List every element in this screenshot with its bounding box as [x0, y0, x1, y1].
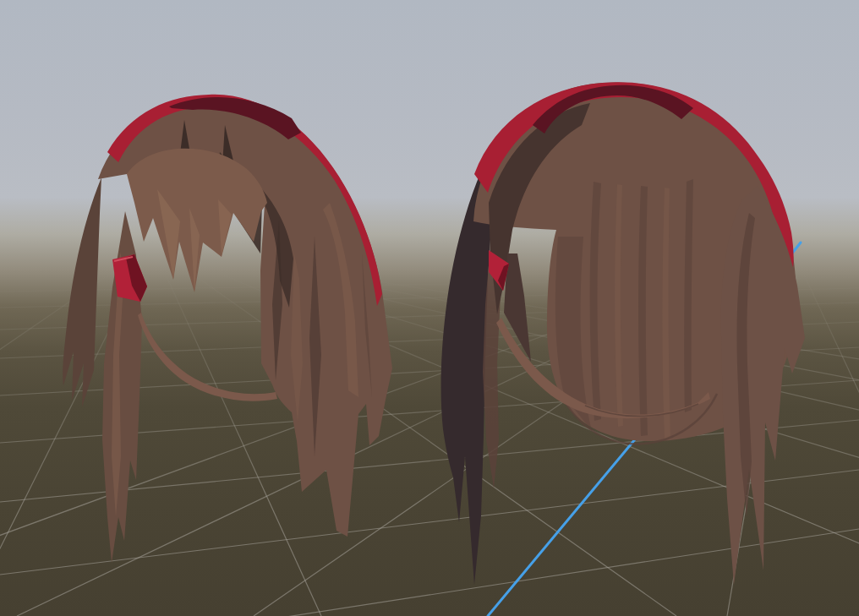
hair-thin-strand-left-model	[138, 313, 277, 401]
hair-bangs	[127, 149, 267, 292]
hair-model-right[interactable]	[441, 82, 805, 585]
scene-models	[0, 0, 859, 616]
hair-model-left[interactable]	[63, 95, 392, 563]
3d-viewport[interactable]	[0, 0, 859, 616]
hair-back-left-strands	[63, 177, 101, 407]
